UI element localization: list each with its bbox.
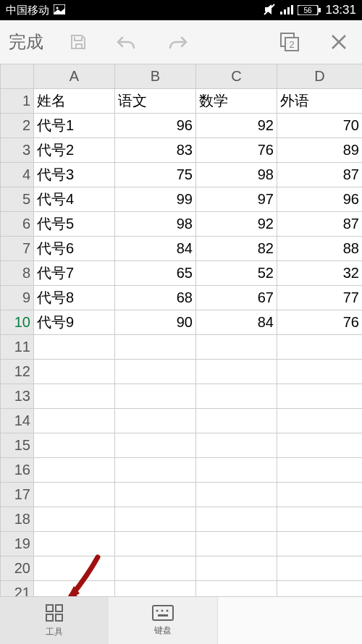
row-header[interactable]: 15 <box>1 433 34 458</box>
cell[interactable]: 96 <box>115 114 196 138</box>
cell[interactable]: 84 <box>196 310 277 335</box>
cell[interactable] <box>196 360 277 384</box>
cell[interactable]: 88 <box>277 237 363 261</box>
row-header[interactable]: 1 <box>1 89 34 114</box>
cell[interactable]: 外语 <box>277 89 363 114</box>
cell[interactable]: 代号3 <box>34 163 115 187</box>
cell[interactable]: 语文 <box>115 89 196 114</box>
cell[interactable] <box>34 458 115 483</box>
cell[interactable] <box>277 507 363 532</box>
cell[interactable]: 75 <box>115 163 196 187</box>
row-header[interactable]: 2 <box>1 114 34 138</box>
cell[interactable]: 83 <box>115 138 196 163</box>
undo-icon[interactable] <box>113 27 142 56</box>
cell[interactable]: 89 <box>277 138 363 163</box>
row-header[interactable]: 10 <box>1 310 34 335</box>
cell[interactable] <box>115 433 196 458</box>
row-header[interactable]: 20 <box>1 556 34 581</box>
column-header-b[interactable]: B <box>115 64 196 89</box>
row-header[interactable]: 12 <box>1 360 34 384</box>
cell[interactable] <box>196 335 277 360</box>
cell[interactable]: 92 <box>196 212 277 237</box>
cell[interactable] <box>196 433 277 458</box>
cell[interactable] <box>277 532 363 556</box>
cell[interactable]: 97 <box>196 187 277 212</box>
cell[interactable] <box>196 556 277 581</box>
cell[interactable] <box>277 335 363 360</box>
row-header[interactable]: 4 <box>1 163 34 187</box>
cell[interactable]: 代号2 <box>34 138 115 163</box>
cell[interactable] <box>196 458 277 483</box>
cell[interactable]: 77 <box>277 286 363 310</box>
row-header[interactable]: 17 <box>1 483 34 507</box>
cell[interactable] <box>34 433 115 458</box>
cell[interactable]: 65 <box>115 261 196 286</box>
cell[interactable] <box>277 409 363 433</box>
cell[interactable] <box>196 532 277 556</box>
column-header-c[interactable]: C <box>196 64 277 89</box>
cell[interactable]: 52 <box>196 261 277 286</box>
cell[interactable]: 90 <box>115 310 196 335</box>
row-header[interactable]: 3 <box>1 138 34 163</box>
cell[interactable] <box>277 433 363 458</box>
row-header[interactable]: 19 <box>1 532 34 556</box>
row-header[interactable]: 6 <box>1 212 34 237</box>
cell[interactable]: 98 <box>196 163 277 187</box>
cell[interactable] <box>34 556 115 581</box>
cell[interactable] <box>277 458 363 483</box>
column-header-d[interactable]: D <box>277 64 363 89</box>
cell[interactable] <box>115 483 196 507</box>
row-header[interactable]: 11 <box>1 335 34 360</box>
cell[interactable] <box>196 384 277 409</box>
cell[interactable]: 代号5 <box>34 212 115 237</box>
cell[interactable] <box>277 360 363 384</box>
cell[interactable] <box>34 409 115 433</box>
tabs-icon[interactable]: 2 <box>275 27 304 56</box>
column-header-a[interactable]: A <box>34 64 115 89</box>
cell[interactable]: 70 <box>277 114 363 138</box>
cell[interactable]: 84 <box>115 237 196 261</box>
cell[interactable] <box>196 483 277 507</box>
cell[interactable] <box>115 335 196 360</box>
spreadsheet[interactable]: ABCD1姓名语文数学外语2代号19692703代号28376894代号3759… <box>0 64 362 630</box>
row-header[interactable]: 9 <box>1 286 34 310</box>
cell[interactable] <box>115 384 196 409</box>
row-header[interactable]: 16 <box>1 458 34 483</box>
row-header[interactable]: 18 <box>1 507 34 532</box>
row-header[interactable]: 13 <box>1 384 34 409</box>
cell[interactable] <box>196 409 277 433</box>
cell[interactable]: 32 <box>277 261 363 286</box>
cell[interactable]: 代号1 <box>34 114 115 138</box>
cell[interactable]: 代号6 <box>34 237 115 261</box>
cell[interactable]: 87 <box>277 163 363 187</box>
tools-tab[interactable]: 工具 <box>0 597 109 644</box>
cell[interactable]: 92 <box>196 114 277 138</box>
save-icon[interactable] <box>64 27 93 56</box>
select-all-corner[interactable] <box>1 64 34 89</box>
cell[interactable]: 87 <box>277 212 363 237</box>
cell[interactable]: 代号9 <box>34 310 115 335</box>
row-header[interactable]: 14 <box>1 409 34 433</box>
cell[interactable] <box>115 458 196 483</box>
row-header[interactable]: 8 <box>1 261 34 286</box>
close-icon[interactable] <box>324 27 353 56</box>
row-header[interactable]: 5 <box>1 187 34 212</box>
cell[interactable] <box>115 360 196 384</box>
cell[interactable] <box>34 335 115 360</box>
cell[interactable]: 67 <box>196 286 277 310</box>
cell[interactable]: 82 <box>196 237 277 261</box>
cell[interactable]: 96 <box>277 187 363 212</box>
cell[interactable] <box>34 360 115 384</box>
cell[interactable] <box>115 556 196 581</box>
cell[interactable]: 代号4 <box>34 187 115 212</box>
cell[interactable]: 76 <box>277 310 363 335</box>
keyboard-tab[interactable]: 键盘 <box>109 597 217 644</box>
cell[interactable]: 代号7 <box>34 261 115 286</box>
cell[interactable] <box>277 556 363 581</box>
cell[interactable] <box>277 483 363 507</box>
cell[interactable] <box>115 409 196 433</box>
cell[interactable] <box>115 532 196 556</box>
cell[interactable] <box>277 384 363 409</box>
cell[interactable]: 代号8 <box>34 286 115 310</box>
cell[interactable] <box>34 384 115 409</box>
